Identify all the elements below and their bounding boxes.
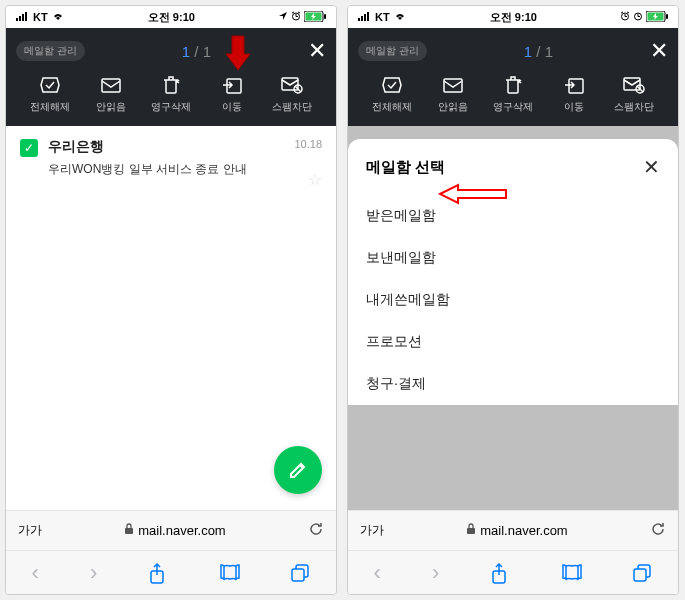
compose-button[interactable]: [274, 446, 322, 494]
signal-icon: [358, 11, 372, 23]
permanent-delete-button[interactable]: 영구삭제: [485, 74, 541, 114]
phone-right: KT 오전 9:10 메일함 관리 1 / 1 ✕: [347, 5, 679, 595]
svg-rect-1: [19, 16, 21, 21]
mail-selection-header: 메일함 관리 1 / 1 ✕ 전체해제 안읽음 영구삭제: [348, 28, 678, 126]
mail-date: 10.18: [294, 138, 322, 150]
back-icon[interactable]: ‹: [32, 560, 39, 586]
svg-line-8: [298, 12, 300, 13]
permanent-delete-button[interactable]: 영구삭제: [143, 74, 199, 114]
close-icon[interactable]: ✕: [650, 38, 668, 64]
status-bar: KT 오전 9:10: [6, 6, 336, 28]
battery-icon: [304, 11, 326, 24]
svg-rect-12: [102, 79, 120, 92]
clock-label: 오전 9:10: [490, 10, 537, 25]
mailbox-option-inbox[interactable]: 받은메일함: [366, 195, 660, 237]
location-icon: [278, 11, 288, 23]
svg-rect-33: [666, 14, 668, 19]
safari-toolbar: ‹ ›: [6, 550, 336, 594]
mailbox-badge[interactable]: 메일함 관리: [358, 41, 427, 61]
url-label: mail.naver.com: [480, 523, 567, 538]
back-icon[interactable]: ‹: [374, 560, 381, 586]
deselect-all-button[interactable]: 전체해제: [364, 74, 420, 114]
close-icon[interactable]: ✕: [643, 155, 660, 179]
carrier-label: KT: [33, 11, 48, 23]
svg-rect-36: [569, 79, 583, 93]
svg-rect-2: [22, 14, 24, 21]
move-icon: [563, 74, 585, 96]
bookmarks-icon[interactable]: [561, 563, 581, 583]
mail-sender: 우리은행: [48, 138, 284, 156]
svg-rect-14: [282, 78, 298, 90]
svg-rect-37: [624, 78, 640, 90]
mail-subject: 우리WON뱅킹 일부 서비스 종료 안내: [48, 161, 284, 178]
alarm-icon: [620, 11, 630, 23]
checkbox-checked-icon[interactable]: ✓: [20, 139, 38, 157]
trash-icon: [502, 74, 524, 96]
svg-rect-42: [634, 569, 646, 581]
battery-icon: [646, 11, 668, 24]
move-button[interactable]: 이동: [546, 74, 602, 114]
check-icon: [39, 74, 61, 96]
mark-unread-button[interactable]: 안읽음: [425, 74, 481, 114]
svg-line-27: [621, 12, 623, 13]
mail-list-dimmed: ✓ 우리은행 우리WON뱅킹 일부 서비스 종료 안내 10.18 ☆ 메일함 …: [348, 126, 678, 510]
tabs-icon[interactable]: [290, 563, 310, 583]
clock-label: 오전 9:10: [148, 10, 195, 25]
reader-button[interactable]: 가가: [18, 522, 42, 539]
bookmarks-icon[interactable]: [219, 563, 239, 583]
share-icon[interactable]: [148, 563, 168, 583]
lock-icon: [466, 523, 476, 538]
svg-rect-19: [292, 569, 304, 581]
carrier-label: KT: [375, 11, 390, 23]
trash-icon: [160, 74, 182, 96]
safari-url-bar[interactable]: 가가 mail.naver.com: [348, 510, 678, 550]
forward-icon[interactable]: ›: [90, 560, 97, 586]
safari-toolbar: ‹ ›: [348, 550, 678, 594]
mailbox-option-promo[interactable]: 프로모션: [366, 321, 660, 363]
svg-rect-35: [444, 79, 462, 92]
wifi-icon: [51, 11, 65, 23]
mailbox-badge[interactable]: 메일함 관리: [16, 41, 85, 61]
mailbox-option-self[interactable]: 내게쓴메일함: [366, 279, 660, 321]
deselect-all-button[interactable]: 전체해제: [22, 74, 78, 114]
mail-item[interactable]: ✓ 우리은행 우리WON뱅킹 일부 서비스 종료 안내 10.18 ☆: [6, 126, 336, 201]
svg-rect-13: [227, 79, 241, 93]
spam-block-icon: [623, 74, 645, 96]
selection-counter: 1 / 1: [182, 43, 211, 60]
svg-rect-0: [16, 18, 18, 21]
tabs-icon[interactable]: [632, 563, 652, 583]
svg-rect-23: [367, 12, 369, 21]
mailbox-option-billing[interactable]: 청구·결제: [366, 363, 660, 405]
url-label: mail.naver.com: [138, 523, 225, 538]
reader-button[interactable]: 가가: [360, 522, 384, 539]
alarm-icon: [633, 11, 643, 23]
move-button[interactable]: 이동: [204, 74, 260, 114]
signal-icon: [16, 11, 30, 23]
mailbox-option-sent[interactable]: 보낸메일함: [366, 237, 660, 279]
forward-icon[interactable]: ›: [432, 560, 439, 586]
share-icon[interactable]: [490, 563, 510, 583]
envelope-icon: [442, 74, 464, 96]
phone-left: KT 오전 9:10 메일함 관리 1 / 1 ✕: [5, 5, 337, 595]
selection-counter: 1 / 1: [524, 43, 553, 60]
wifi-icon: [393, 11, 407, 23]
status-bar: KT 오전 9:10: [348, 6, 678, 28]
svg-rect-21: [361, 16, 363, 21]
close-icon[interactable]: ✕: [308, 38, 326, 64]
svg-rect-40: [467, 528, 475, 534]
lock-icon: [124, 523, 134, 538]
refresh-icon[interactable]: [308, 521, 324, 540]
alarm-icon: [291, 11, 301, 23]
svg-rect-22: [364, 14, 366, 21]
move-icon: [221, 74, 243, 96]
block-spam-button[interactable]: 스팸차단: [264, 74, 320, 114]
svg-rect-10: [324, 14, 326, 19]
svg-rect-20: [358, 18, 360, 21]
star-icon[interactable]: ☆: [308, 170, 322, 189]
sheet-title: 메일함 선택: [366, 158, 445, 177]
safari-url-bar[interactable]: 가가 mail.naver.com: [6, 510, 336, 550]
mail-selection-header: 메일함 관리 1 / 1 ✕ 전체해제 안읽음 영구삭제: [6, 28, 336, 126]
refresh-icon[interactable]: [650, 521, 666, 540]
mark-unread-button[interactable]: 안읽음: [83, 74, 139, 114]
block-spam-button[interactable]: 스팸차단: [606, 74, 662, 114]
